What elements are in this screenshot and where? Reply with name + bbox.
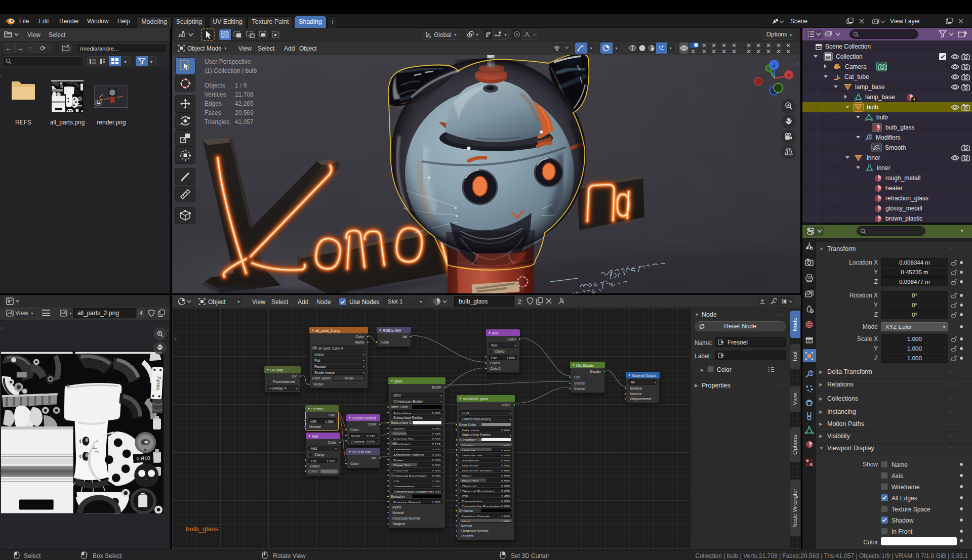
- svg-text:X: X: [787, 72, 791, 78]
- svg-text:Z: Z: [773, 62, 776, 68]
- svg-text:◊ Я10: ◊ Я10: [136, 455, 150, 462]
- svg-text:Лузва: Лузва: [155, 376, 161, 391]
